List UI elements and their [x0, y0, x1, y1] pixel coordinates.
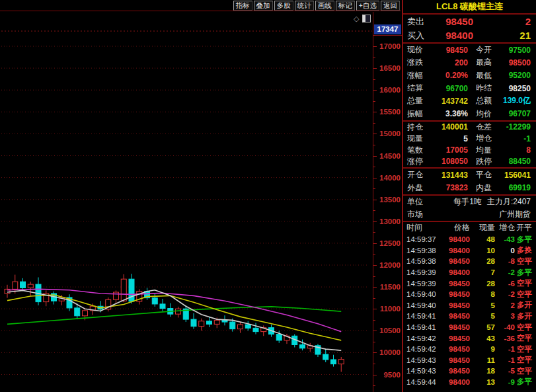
- axis-tick-label: 11000: [380, 305, 401, 313]
- tick-oi-change: 2: [495, 301, 515, 309]
- axis-tick-label: 17000: [379, 42, 401, 50]
- window-split-icon[interactable]: [362, 15, 371, 22]
- quote-value: 98250: [498, 84, 536, 93]
- axis-tick-major: [373, 200, 377, 200]
- market-row: 市场广州期货: [403, 208, 536, 221]
- candle-body-up: [114, 292, 119, 299]
- toolbar-button-back[interactable]: 返回: [381, 1, 400, 11]
- quote-label: 现价: [403, 44, 430, 56]
- tick-price: 98450: [441, 301, 470, 309]
- quote-value: 5: [430, 134, 468, 143]
- toolbar-button-add-watchlist[interactable]: +自选: [356, 1, 379, 11]
- tick-time: 14:59:41: [403, 323, 441, 331]
- toolbar-button-overlay[interactable]: 叠加: [254, 1, 273, 11]
- tick-time: 14:59:38: [403, 257, 441, 265]
- quote-label: 最高: [476, 57, 498, 68]
- tick-open-close-flag: 多平: [515, 377, 536, 387]
- tick-open-close-flag: 多开: [515, 311, 536, 321]
- toolbar-button-indicator[interactable]: 指标: [233, 1, 252, 11]
- quote-value: 140001: [430, 122, 468, 132]
- toolbar-button-statistics[interactable]: 统计: [295, 1, 314, 11]
- tick-price: 98400: [441, 247, 470, 255]
- quote-row: 现价98450今开97500: [403, 44, 536, 56]
- quote-value: 96707: [498, 109, 536, 118]
- candle-body-up: [338, 360, 344, 364]
- tick-volume: 9: [470, 345, 495, 353]
- tick-price: 98400: [441, 268, 470, 276]
- unit-value: 每手1吨: [434, 196, 482, 208]
- tick-volume: 48: [470, 235, 495, 243]
- candle-body-down: [160, 304, 165, 309]
- toolbar-button-mark[interactable]: 标记: [336, 1, 355, 11]
- diamond-icon[interactable]: ◇: [354, 15, 359, 22]
- tick-header-4: 开平: [515, 222, 536, 233]
- tick-table[interactable]: 14:59:379840048-43多平14:59:3898400100多换14…: [403, 234, 536, 392]
- candlestick-svg: [0, 12, 373, 392]
- quote-value: 73823: [430, 183, 468, 192]
- axis-tick-major: [373, 46, 377, 47]
- quote-value: 88450: [498, 157, 536, 166]
- tick-header-0: 时间: [403, 222, 441, 233]
- axis-tick-minor: [373, 276, 375, 277]
- tick-volume: 43: [470, 334, 495, 342]
- quote-label: 外盘: [403, 182, 430, 194]
- candle-body-down: [20, 282, 26, 288]
- axis-tick-label: 10000: [379, 348, 401, 356]
- toolbar-button-draw-line[interactable]: 画线: [315, 1, 334, 11]
- axis-tick-label: 9500: [383, 371, 401, 379]
- tick-price: 98450: [441, 367, 470, 375]
- tick-oi-change: -2: [495, 290, 515, 298]
- quote-label: 增仓: [476, 133, 498, 144]
- bid-row: 买入9840021: [403, 28, 536, 42]
- tick-price: 98450: [441, 280, 470, 288]
- unit-market-section: 单位每手1吨主力月:2407市场广州期货: [403, 196, 536, 221]
- tick-volume: 11: [470, 356, 495, 364]
- axis-tick-minor: [373, 232, 375, 233]
- tick-open-close-flag: 空平: [515, 355, 536, 365]
- axis-tick-minor: [373, 298, 375, 299]
- tick-time: 14:59:44: [403, 378, 441, 386]
- quote-label: 振幅: [403, 108, 430, 120]
- tick-open-close-flag: 空平: [515, 323, 536, 333]
- quote-stats-section-3: 开仓131443平仓156041外盘73823内盘69919: [403, 169, 536, 194]
- quote-label: 仓差: [476, 122, 498, 133]
- tick-oi-change: -6: [495, 280, 515, 288]
- axis-tick-minor: [373, 385, 375, 386]
- candle-body-down: [230, 322, 235, 329]
- main-month-value: 主力月:2407: [482, 196, 536, 208]
- ma-line-MA-mid-yellow: [7, 295, 341, 340]
- toolbar-button-multi-stock[interactable]: 多股: [274, 1, 293, 11]
- toolbar: 指标叠加多股统计画线标记+自选返回: [0, 0, 401, 11]
- axis-tick-major: [373, 375, 377, 375]
- axis-tick-major: [373, 309, 377, 309]
- tick-row: 14:59:39984007-2多平: [403, 267, 536, 278]
- candle-body-down: [75, 308, 80, 316]
- tick-volume: 28: [470, 257, 495, 265]
- axis-tick-label: 11500: [380, 283, 401, 291]
- candle-body-down: [300, 344, 305, 348]
- ask-row: 卖出984502: [403, 15, 536, 28]
- tick-time: 14:59:41: [403, 312, 441, 320]
- quote-value: 0.20%: [430, 71, 468, 80]
- axis-tick-minor: [373, 145, 375, 145]
- tick-oi-change: -9: [495, 378, 515, 386]
- axis-tick-major: [373, 68, 377, 69]
- tick-row: 14:59:429845043-36空平: [403, 333, 536, 344]
- axis-tick-major: [373, 134, 377, 134]
- axis-tick-major: [373, 90, 377, 91]
- candle-body-down: [331, 360, 336, 364]
- quote-value: 108050: [430, 157, 468, 166]
- quote-value: 69919: [498, 183, 536, 192]
- price-axis[interactable]: 17347 1700016500160001550015000145001400…: [373, 12, 402, 392]
- quote-row: 持仓140001仓差-12299: [403, 122, 536, 133]
- quote-label: 总额: [476, 95, 498, 106]
- quote-label: 最低: [476, 70, 498, 81]
- tick-open-close-flag: 多换: [515, 245, 536, 255]
- candle-body-down: [191, 319, 196, 327]
- kline-chart[interactable]: ◇: [0, 12, 373, 392]
- axis-tick-label: 14500: [379, 152, 401, 160]
- axis-tick-minor: [373, 254, 375, 255]
- chart-corner-icons: ◇: [354, 15, 371, 22]
- axis-tick-label: 16000: [379, 86, 401, 94]
- tick-oi-change: -36: [495, 334, 515, 342]
